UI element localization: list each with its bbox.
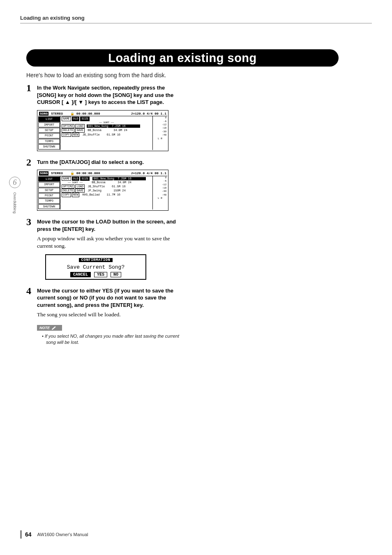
shot-tab-import: IMPORT [38,122,60,127]
shot-tab-shutdwn: SHUTDWN [38,204,60,209]
yes-button: YES [94,272,107,277]
intro-text: Here's how to load an existing song from… [26,72,166,78]
optimz-btn: OPTIMZ [62,124,74,128]
shot-song-label: SONG [39,112,48,116]
note-badge: NOTE [37,325,62,331]
section-title: Loading an existing song [108,51,257,65]
sort-size-btn: SIZE [80,117,90,121]
note-block: NOTE If you select NO, all changes you m… [37,323,182,345]
shot-stereo: STEREO [51,171,63,175]
load-btn: LOAD [75,124,85,128]
chapter-number: 6 [9,177,21,188]
copy-btn: COPY [62,193,71,197]
copy-btn: COPY [62,133,71,137]
shot-tabs: LIST IMPORT SETUP POINT TEMPO SHUTDWN [38,116,60,150]
step-4: 4 Move the cursor to either YES (if you … [26,287,182,346]
step-number: 3 [26,216,31,228]
page-number: 64 [25,531,32,538]
shot-tab-setup: SETUP [38,128,60,133]
shot-tabs: LIST IMPORT SETUP POINT TEMPO SHUTDWN [38,176,60,210]
new-btn: NEW [72,193,80,197]
shot-tab-point: POINT [38,133,60,138]
header-rule [20,23,372,23]
new-btn: NEW [72,133,80,137]
manual-name: AW1600 Owner's Manual [37,532,88,537]
delete-btn: DELETE [62,189,74,193]
sort-name-btn: NAME [62,177,71,181]
chapter-name: Overdubbing [13,192,17,214]
chapter-side-tab: 6 Overdubbing [9,177,21,246]
optimz-btn: OPTIMZ [62,184,74,189]
confirm-message: Save Current Song? [48,264,144,270]
song-row-1: 001_New_Song 7.25M 16 [87,124,140,128]
shot-meter: 0 -6 -12 -18 -30 -48 L R [152,116,167,150]
lcd-screenshot-2: SONG STEREO 🔒 00:00:00.000 J=120.0 4/4 0… [37,170,168,211]
shot-time: 🔒 00:00:00.000 [70,171,100,175]
shot-meter: 0 -6 -12 -18 -30 -48 L R [152,176,167,210]
sort-size-btn: SIZE [80,177,90,181]
running-header: Loading an existing song [20,15,85,21]
step-body: Move the cursor to the LOAD button in th… [37,218,182,233]
shot-tab-list: LIST [38,177,60,182]
step-number: 4 [26,286,31,297]
song-row-3: JB_Shuffle 61.5M 16 [87,185,140,188]
load-btn: LOAD [75,184,85,189]
page-footer: 64 AW1600 Owner's Manual [20,530,88,539]
shot-tab-import: IMPORT [38,182,60,187]
shot-tempo: J=120.0 4/4 00 1.1 [131,171,166,175]
save-btn: SAVE [75,128,85,132]
step-1: 1 In the Work Navigate section, repeated… [26,84,182,151]
shot-time: 🔒 00:00:00.000 [70,112,100,116]
no-button: NO [111,272,121,277]
step-body: In the Work Navigate section, repeatedly… [37,84,182,106]
shot-song-label: SONG [39,171,48,175]
step-followup: A popup window will ask you whether you … [37,235,182,250]
save-btn: SAVE [75,189,85,193]
confirmation-dialog: CONFIRMATION Save Current Song? CANCEL Y… [45,254,146,280]
song-row-2: BB_Bossa 34.0M 24 [87,129,140,132]
lcd-screenshot-1: SONG STEREO 🔒 00:00:00.000 J=120.0 4/4 0… [37,110,168,151]
step-number: 1 [26,83,31,94]
shot-tab-shutdwn: SHUTDWN [38,144,60,149]
sort-old-btn: OLD [72,177,80,181]
shot-mid: NAMEOLDSIZE 001_New_Song 7.25M 16 —— SOR… [60,176,152,210]
shot-stereo: STEREO [51,112,63,116]
step-number: 2 [26,157,31,168]
confirm-title: CONFIRMATION [79,258,113,262]
song-row-5: KHS_Ballad 11.7M 16 [82,193,135,196]
sort-old-btn: OLD [72,117,80,121]
delete-btn: DELETE [62,128,74,132]
song-row-2: BB_Bossa 34.0M 24 [91,181,144,184]
shot-tempo: J=120.0 4/4 00 1.1 [131,112,166,116]
shot-tab-list: LIST [38,117,60,122]
shot-tab-tempo: TEMPO [38,198,60,203]
pencil-icon [51,326,57,330]
step-body: Move the cursor to either YES (if you wa… [37,287,182,309]
shot-tab-point: POINT [38,193,60,198]
sort-label: —— SORT —— [61,181,89,184]
shot-tab-tempo: TEMPO [38,139,60,144]
step-body: Turn the [DATA/JOG] dial to select a son… [37,159,182,166]
song-row-4: JP_Swing 159M 24 [87,189,140,192]
shot-tab-setup: SETUP [38,188,60,193]
section-title-bar: Loading an existing song [26,49,339,67]
step-3: 3 Move the cursor to the LOAD button in … [26,218,182,280]
cancel-button: CANCEL [70,272,91,277]
song-row-3: JB_Shuffle 61.5M 16 [82,133,135,136]
sort-name-btn: NAME [62,117,71,121]
shot-mid: NAMEOLDSIZE —— SORT —— OPTIMZLOAD 001_Ne… [60,116,152,150]
footer-accent [20,530,22,539]
step-followup: The song you selected will be loaded. [37,311,182,318]
step-2: 2 Turn the [DATA/JOG] dial to select a s… [26,159,182,211]
note-text: If you select NO, all changes you made a… [46,333,182,345]
sort-label: —— SORT —— [61,121,152,124]
song-row-1: 001_New_Song 7.25M 16 [92,177,146,180]
